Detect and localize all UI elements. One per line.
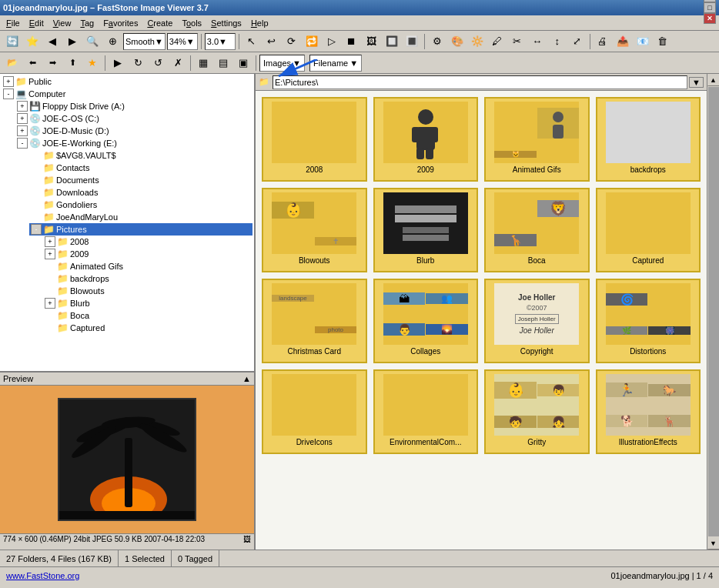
tb-btn-14[interactable]: 🔲 [383,33,401,50]
menu-view[interactable]: View [48,17,76,29]
tb2-btn-3[interactable]: ➡ [43,55,62,72]
menu-create[interactable]: Create [142,17,177,29]
tb2-btn-7[interactable]: ↺ [149,55,167,72]
close-button[interactable]: ✕ [704,13,716,24]
tb-btn-1[interactable]: 🔄 [3,33,22,50]
tb2-btn-5[interactable]: ▶ [109,55,127,72]
zoom2-input[interactable]: 3.0 ▼ [205,33,236,50]
tb-btn-10[interactable]: 🔁 [303,33,321,50]
menu-help[interactable]: Help [246,17,273,29]
path-dropdown-btn[interactable]: ▼ [689,77,704,88]
thumb-distortions[interactable]: 🌀 🌿 🎆 Distortions [596,279,701,363]
tb-btn-18[interactable]: 🔆 [468,33,487,50]
tree-item-contacts[interactable]: 📁 Contacts [29,162,252,174]
thumb-copyright[interactable]: Joe Holler ©2007 Joseph Holler Joe Holle… [484,279,590,363]
tree-item-joe-c[interactable]: + 💿 JOE-C-OS (C:) [15,112,252,125]
tree-item-floppy[interactable]: + 💾 Floppy Disk Drive (A:) [15,100,252,112]
tb-btn-20[interactable]: ✂ [508,33,527,50]
tree-item-joeandmarylou[interactable]: 📁 JoeAndMaryLou [29,211,252,223]
maximize-button[interactable]: □ [704,2,716,13]
tb2-btn-2[interactable]: ⬅ [23,55,42,72]
tree-item-2009[interactable]: + 📁 2009 [43,248,252,260]
tb-btn-12[interactable]: ⏹ [343,33,361,50]
tb-btn-prev-folder[interactable]: ◀ [43,33,62,50]
scroll-up-btn[interactable]: ▲ [707,74,720,86]
thumb-2008[interactable]: 2008 [262,97,367,182]
tb-btn-next-folder[interactable]: ▶ [63,33,82,50]
expander-2008[interactable]: + [45,236,55,247]
tb-btn-23[interactable]: ⤢ [568,33,587,50]
expander-blurb[interactable]: + [45,298,55,309]
expander-computer[interactable]: - [3,89,14,99]
scrollbar-right[interactable]: ▲ ▼ [707,74,719,550]
tree-item-boca[interactable]: 📁 Boca [43,309,252,322]
images-dropdown[interactable]: Images ▼ [259,55,305,72]
filename-dropdown[interactable]: Filename ▼ [309,55,362,72]
tb-btn-26[interactable]: 📧 [634,33,652,50]
tree-item-blurb[interactable]: + 📁 Blurb [43,297,252,309]
tree-item-backdrops[interactable]: 📁 backdrops [43,272,252,285]
tb-btn-11[interactable]: ▷ [323,33,341,50]
tb2-btn-10[interactable]: ▤ [214,55,232,72]
menu-tag[interactable]: Tag [75,17,99,29]
tb-btn-2[interactable]: ⭐ [23,33,42,50]
tree-item-2008[interactable]: + 📁 2008 [43,236,252,248]
tb-btn-6[interactable]: ⊕ [103,33,122,50]
zoom-input[interactable]: 34% ▼ [167,33,198,50]
tb-btn-24[interactable]: 🖨 [594,33,612,50]
thumb-boca[interactable]: 🦁 🦒 Boca [484,188,590,272]
thumb-gritty[interactable]: 👶 👦 🧒 👧 Gritty [484,369,590,454]
thumb-driveicons[interactable]: DriveIcons [262,369,367,454]
tb2-btn-1[interactable]: 📂 [3,55,22,72]
thumb-animgifs[interactable]: 🐱 Animated Gifs [484,97,590,182]
expander-pictures[interactable]: - [31,224,42,235]
tb-btn-8[interactable]: ↩ [263,33,281,50]
scroll-thumb[interactable] [708,87,719,536]
tree-item-documents[interactable]: 📁 Documents [29,174,252,186]
website-link[interactable]: www.FastStone.org [6,571,79,580]
tb2-btn-star[interactable]: ★ [83,55,102,72]
tree-item-animgifs[interactable]: 📁 Animated Gifs [43,260,252,272]
thumb-blurb[interactable]: Blurb [373,188,479,272]
tb-btn-25[interactable]: 📤 [614,33,632,50]
thumb-christmas[interactable]: landscape photo Christmas Card [262,279,367,363]
tree-item-public[interactable]: + 📁 Public [2,75,252,88]
expander-joe-d[interactable]: + [17,125,28,136]
folder-tree[interactable]: + 📁 Public - 💻 Computer + 💾 Floppy Di [0,74,254,373]
tree-item-gondoliers[interactable]: 📁 Gondoliers [29,199,252,211]
tb2-btn-8[interactable]: ✗ [169,55,187,72]
tb-btn-7[interactable]: ↖ [242,33,261,50]
preview-toggle[interactable]: ▲ [242,374,251,383]
tb2-btn-9[interactable]: ▦ [194,55,212,72]
thumbnail-area[interactable]: 2008 2009 [256,91,707,550]
menu-favorites[interactable]: Favorites [99,17,142,29]
tb-btn-5[interactable]: 🔍 [83,33,102,50]
menu-settings[interactable]: Settings [206,17,246,29]
thumb-collages[interactable]: 🏔 👥 👨 🌄 Collages [373,279,479,363]
tree-item-captured[interactable]: 📁 Captured [43,322,252,334]
tree-item-avg8[interactable]: 📁 $AVG8.VAULT$ [29,149,252,162]
smooth-dropdown[interactable]: Smooth ▼ [123,33,166,50]
tb-btn-17[interactable]: 🎨 [448,33,467,50]
thumb-envcomp[interactable]: EnvironmentalCom... [373,369,479,454]
path-input[interactable] [273,75,687,89]
menu-tools[interactable]: Tools [177,17,206,29]
menu-edit[interactable]: Edit [25,17,48,29]
tb-btn-21[interactable]: ↔ [528,33,547,50]
menu-file[interactable]: File [2,17,25,29]
tree-item-downloads[interactable]: 📁 Downloads [29,186,252,199]
expander-public[interactable]: + [3,76,14,87]
expander-floppy[interactable]: + [17,101,28,112]
tb-btn-22[interactable]: ↕ [548,33,567,50]
tree-item-computer[interactable]: - 💻 Computer [2,88,252,100]
thumb-2009[interactable]: 2009 [373,97,479,182]
thumb-captured[interactable]: Captured [596,188,701,272]
thumb-backdrops[interactable]: backdrops [596,97,701,182]
tree-item-pictures[interactable]: - 📁 Pictures [29,223,252,236]
tree-item-joe-d[interactable]: + 💿 JOE-D-Music (D:) [15,125,252,137]
tb-btn-9[interactable]: ⟳ [283,33,301,50]
tb2-btn-11[interactable]: ▣ [234,55,252,72]
thumb-illustfx[interactable]: 🏃 🐎 🐕 🦌 IllustrationEffects [596,369,701,454]
tb2-btn-4[interactable]: ⬆ [63,55,82,72]
expander-joe-c[interactable]: + [17,113,28,124]
